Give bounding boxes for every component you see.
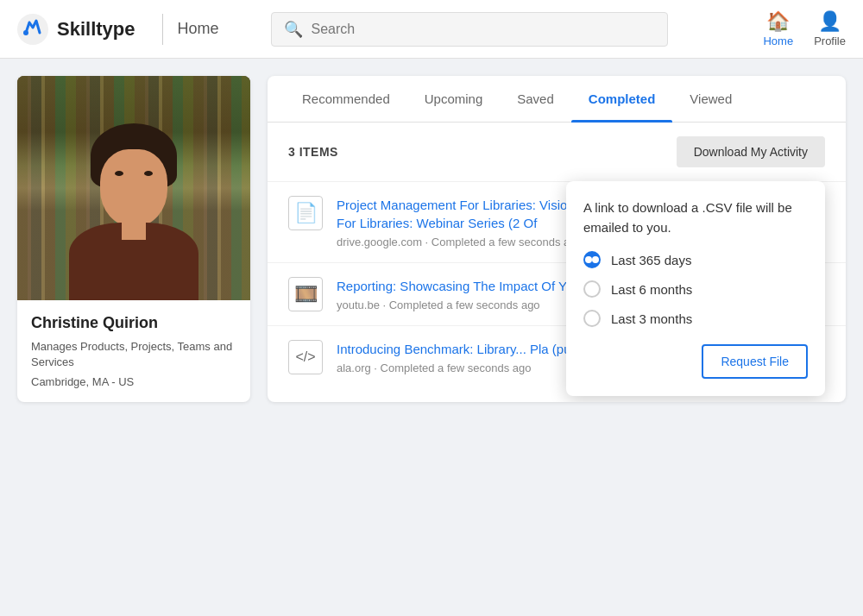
radio-item-365[interactable]: Last 365 days [583,251,808,268]
home-icon: 🏠 [766,10,790,33]
search-icon: 🔍 [284,20,303,39]
radio-item-6m[interactable]: Last 6 months [583,280,808,298]
item-icon-1: 📄 [288,196,323,230]
profile-photo [17,76,250,300]
main-content: Christine Quirion Manages Products, Proj… [0,59,863,419]
search-input[interactable] [312,22,655,37]
profile-name: Christine Quirion [31,314,236,332]
tab-recommended[interactable]: Recommended [285,76,407,122]
code-icon: </> [295,349,315,365]
radio-circle-3m [583,310,601,327]
radio-circle-365 [583,251,601,268]
tab-viewed[interactable]: Viewed [672,76,749,122]
tabs: Recommended Upcoming Saved Completed Vie… [268,76,846,123]
radio-dot-365 [585,256,592,263]
svg-point-0 [17,14,48,45]
radio-group: Last 365 days Last 6 months Last 3 month… [583,251,808,327]
doc-icon: 📄 [294,202,318,224]
logo-text: Skilltype [57,18,135,41]
logo-area[interactable]: Skilltype [17,14,135,45]
items-header: 3 ITEMS Download My Activity [268,123,846,181]
radio-label-365: Last 365 days [611,253,691,267]
popup-description: A link to download a .CSV file will be e… [583,198,808,237]
item-icon-2: 🎞️ [288,277,323,311]
header: Skilltype Home 🔍 🏠 Home 👤 Profile [0,0,863,59]
radio-circle-6m [583,280,601,298]
items-count: 3 ITEMS [288,145,338,159]
nav-home[interactable]: 🏠 Home [763,10,793,47]
skilltype-logo-icon [17,14,48,45]
profile-card: Christine Quirion Manages Products, Proj… [17,76,250,402]
nav-profile-label: Profile [814,35,846,47]
profile-description: Manages Products, Projects, Teams and Se… [31,339,236,370]
profile-location: Cambridge, MA - US [31,375,236,388]
tab-upcoming[interactable]: Upcoming [407,76,501,122]
radio-item-3m[interactable]: Last 3 months [583,310,808,327]
header-home-label: Home [177,20,218,38]
content-area: Recommended Upcoming Saved Completed Vie… [268,76,846,402]
radio-label-3m: Last 3 months [611,311,692,326]
profile-icon: 👤 [818,10,841,33]
nav-home-label: Home [763,35,793,47]
profile-info: Christine Quirion Manages Products, Proj… [17,300,250,402]
item-icon-3: </> [288,340,323,374]
tab-completed[interactable]: Completed [571,76,673,122]
nav-profile[interactable]: 👤 Profile [814,10,846,47]
svg-point-1 [23,30,28,35]
download-popup: A link to download a .CSV file will be e… [566,181,825,396]
nav-right: 🏠 Home 👤 Profile [763,10,846,47]
download-activity-button[interactable]: Download My Activity [677,136,825,167]
radio-label-6m: Last 6 months [611,282,692,297]
tab-saved[interactable]: Saved [500,76,571,122]
request-file-button[interactable]: Request File [702,344,808,379]
header-divider [162,14,163,45]
film-icon: 🎞️ [294,283,318,305]
search-area[interactable]: 🔍 [271,12,668,47]
